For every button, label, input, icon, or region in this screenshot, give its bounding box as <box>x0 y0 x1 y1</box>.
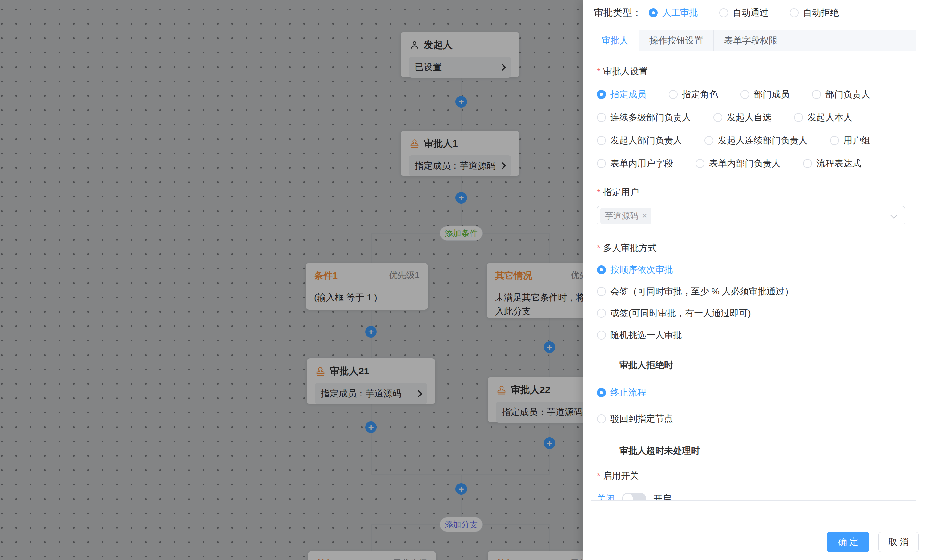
approver-setting-row2: 连续多级部门负责人 发起人自选 发起人本人 <box>597 111 911 123</box>
radio-icon <box>803 159 812 168</box>
radio-return-to-node[interactable]: 驳回到指定节点 <box>597 413 911 425</box>
tab-body-scroll-area[interactable]: 审批人设置 指定成员 指定角色 部门成员 <box>591 51 916 500</box>
assign-user-select[interactable]: 芋道源码 × <box>597 206 905 225</box>
reject-section-title: 审批人拒绝时 <box>619 359 673 371</box>
radio-dept-leader[interactable]: 部门负责人 <box>812 88 870 101</box>
tab-form-field-permissions[interactable]: 表单字段权限 <box>714 30 788 51</box>
radio-sequential-approve[interactable]: 按顺序依次审批 <box>597 264 911 276</box>
radio-icon <box>597 136 606 145</box>
radio-approval-type-auto-approve[interactable]: 自动通过 <box>719 7 768 19</box>
confirm-button[interactable]: 确 定 <box>827 532 869 552</box>
tag-close-icon[interactable]: × <box>642 211 647 221</box>
radio-terminate-process[interactable]: 终止流程 <box>597 387 911 399</box>
tab-bar: 审批人 操作按钮设置 表单字段权限 <box>591 30 916 51</box>
radio-icon <box>597 414 606 423</box>
timeout-switch-row: 关闭 开启 <box>597 493 911 500</box>
approver-setting-row4: 表单内用户字段 表单内部门负责人 流程表达式 <box>597 157 911 170</box>
radio-icon <box>597 287 606 296</box>
radio-approval-type-manual[interactable]: 人工审批 <box>649 7 698 19</box>
radio-process-expression[interactable]: 流程表达式 <box>803 157 861 170</box>
chevron-down-icon <box>890 212 897 218</box>
radio-initiator-choose[interactable]: 发起人自选 <box>713 111 772 123</box>
config-tabs-card: 审批人 操作按钮设置 表单字段权限 审批人设置 指定成员 指定角色 <box>591 30 916 501</box>
radio-initiator-multi-dept-leader[interactable]: 发起人连续部门负责人 <box>705 134 807 146</box>
radio-multi-level-dept-leader[interactable]: 连续多级部门负责人 <box>597 111 691 123</box>
radio-user-group[interactable]: 用户组 <box>830 134 870 146</box>
radio-initiator-self[interactable]: 发起人本人 <box>794 111 852 123</box>
tab-approver[interactable]: 审批人 <box>592 30 639 51</box>
radio-initiator-dept-leader[interactable]: 发起人部门负责人 <box>597 134 682 146</box>
radio-icon <box>597 265 606 274</box>
approver-setting-label: 审批人设置 <box>597 65 911 77</box>
multi-approve-mode-label: 多人审批方式 <box>597 242 911 254</box>
reject-section-divider: 审批人拒绝时 <box>597 359 911 371</box>
radio-random-one[interactable]: 随机挑选一人审批 <box>597 329 911 341</box>
approval-type-row: 审批类型： 人工审批 自动通过 自动拒绝 <box>583 0 925 21</box>
radio-icon <box>830 136 839 145</box>
radio-icon <box>794 113 803 122</box>
enable-switch-label: 启用开关 <box>597 470 911 482</box>
radio-icon <box>713 113 722 122</box>
radio-specified-role[interactable]: 指定角色 <box>669 88 718 101</box>
radio-icon <box>597 331 606 340</box>
radio-form-dept-leader[interactable]: 表单内部门负责人 <box>696 157 780 170</box>
timeout-enable-switch[interactable] <box>622 493 646 500</box>
radio-icon <box>649 8 658 17</box>
switch-on-label: 开启 <box>653 493 671 500</box>
timeout-section-title: 审批人超时未处理时 <box>619 445 700 457</box>
radio-icon <box>597 159 606 168</box>
assign-user-label: 指定用户 <box>597 186 911 199</box>
drawer-footer: 确 定 取 消 <box>827 532 919 552</box>
radio-icon <box>740 90 749 99</box>
radio-icon <box>789 8 798 17</box>
switch-off-label: 关闭 <box>597 493 615 500</box>
user-tag[interactable]: 芋道源码 × <box>600 208 651 224</box>
cancel-button[interactable]: 取 消 <box>878 532 919 552</box>
timeout-section-divider: 审批人超时未处理时 <box>597 445 911 457</box>
switch-knob <box>623 494 633 500</box>
radio-icon <box>597 113 606 122</box>
tab-button-settings[interactable]: 操作按钮设置 <box>639 30 714 51</box>
approval-flow-designer: 发起人 已设置 + 审批人1 指定成员：芋道源码 + 添加条件 <box>0 0 925 560</box>
radio-icon <box>705 136 713 145</box>
radio-dept-member[interactable]: 部门成员 <box>740 88 789 101</box>
radio-countersign[interactable]: 会签（可同时审批，至少 % 人必须审批通过） <box>597 285 911 298</box>
radio-icon <box>597 90 606 99</box>
radio-icon <box>696 159 705 168</box>
user-tag-label: 芋道源码 <box>605 210 638 221</box>
radio-icon <box>812 90 821 99</box>
radio-approval-type-auto-reject[interactable]: 自动拒绝 <box>789 7 839 19</box>
radio-icon <box>669 90 678 99</box>
radio-icon <box>719 8 728 17</box>
approver-setting-row1: 指定成员 指定角色 部门成员 部门负责人 <box>597 88 911 101</box>
radio-specified-member[interactable]: 指定成员 <box>597 88 646 101</box>
radio-icon <box>597 309 606 318</box>
radio-icon <box>597 388 606 397</box>
radio-form-user-field[interactable]: 表单内用户字段 <box>597 157 673 170</box>
approval-type-label: 审批类型： <box>594 6 642 20</box>
radio-orsign[interactable]: 或签(可同时审批，有一人通过即可) <box>597 307 911 319</box>
approver-setting-row3: 发起人部门负责人 发起人连续部门负责人 用户组 <box>597 134 911 146</box>
approver-config-drawer: 审批类型： 人工审批 自动通过 自动拒绝 审批人 操作按钮设置 表单字段权限 审… <box>583 0 925 560</box>
